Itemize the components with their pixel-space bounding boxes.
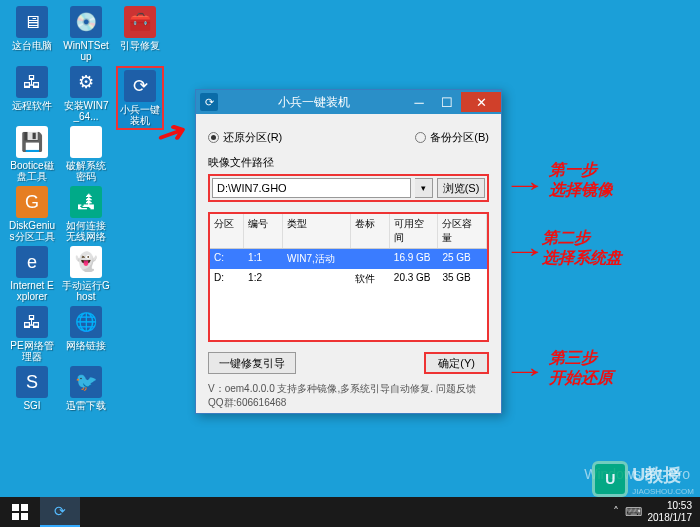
status-text: V：oem4.0.0.0 支持多种镜像,多系统引导自动修复. 问题反馈QQ群:6…	[208, 382, 489, 410]
desktop-icon-安装WIN7_64...[interactable]: ⚙安装WIN7_64...	[62, 66, 110, 122]
desktop-icon-SGI[interactable]: SSGI	[8, 366, 56, 411]
desktop-icon-如何连接无线网络[interactable]: 🏞如何连接无线网络	[62, 186, 110, 242]
svg-rect-0	[12, 504, 19, 511]
path-row: ▾ 浏览(S)	[208, 174, 489, 202]
desktop-icon-WinNTSetup[interactable]: 💿WinNTSetup	[62, 6, 110, 62]
svg-rect-3	[21, 513, 28, 520]
radio-restore[interactable]: 还原分区(R)	[208, 130, 282, 145]
desktop-icon-破解系统密码[interactable]: NT破解系统密码	[62, 126, 110, 182]
partition-table: 分区 编号 类型 卷标 可用空间 分区容量 C:1:1WIN7,活动16.9 G…	[208, 212, 489, 342]
annotation-step1: 第一步选择镜像	[549, 160, 613, 200]
app-icon: ⚙	[70, 66, 102, 98]
windows-icon	[12, 504, 28, 520]
app-icon: 🏞	[70, 186, 102, 218]
app-icon: S	[16, 366, 48, 398]
app-icon: 💿	[70, 6, 102, 38]
arrow-icon: →	[503, 354, 548, 388]
desktop: 🖥这台电脑💿WinNTSetup🧰引导修复🖧远程软件⚙安装WIN7_64...⟳…	[0, 0, 700, 527]
desktop-icon-Internet Explorer[interactable]: eInternet Explorer	[8, 246, 56, 302]
browse-button[interactable]: 浏览(S)	[437, 178, 485, 198]
path-label: 映像文件路径	[208, 155, 489, 170]
app-icon: 🖧	[16, 306, 48, 338]
minimize-button[interactable]: ─	[405, 92, 433, 112]
desktop-icon-网络链接[interactable]: 🌐网络链接	[62, 306, 110, 351]
radio-backup[interactable]: 备份分区(B)	[415, 130, 489, 145]
desktop-icon-迅雷下载[interactable]: 🐦迅雷下载	[62, 366, 110, 411]
svg-rect-1	[21, 504, 28, 511]
app-icon: G	[16, 186, 48, 218]
table-row[interactable]: C:1:1WIN7,活动16.9 GB25 GB	[210, 249, 487, 269]
desktop-icon-引导修复[interactable]: 🧰引导修复	[116, 6, 164, 51]
app-icon: 🧰	[124, 6, 156, 38]
path-dropdown-icon[interactable]: ▾	[415, 178, 433, 198]
app-icon: 💾	[16, 126, 48, 158]
app-icon: NT	[70, 126, 102, 158]
app-icon: 🌐	[70, 306, 102, 338]
ujiaoshou-logo: U U教授 JIAOSHOU.COM	[592, 461, 694, 497]
repair-boot-button[interactable]: 一键修复引导	[208, 352, 296, 374]
installer-dialog: ⟳ 小兵一键装机 ─ ☐ ✕ 还原分区(R) 备份分区(B) 映像文件路径 ▾ …	[195, 89, 502, 414]
app-icon: e	[16, 246, 48, 278]
desktop-icon-这台电脑[interactable]: 🖥这台电脑	[8, 6, 56, 51]
close-button[interactable]: ✕	[461, 92, 501, 112]
svg-rect-2	[12, 513, 19, 520]
desktop-icon-PE网络管理器[interactable]: 🖧PE网络管理器	[8, 306, 56, 362]
image-path-input[interactable]	[212, 178, 411, 198]
start-button[interactable]	[0, 497, 40, 527]
app-icon: 🖧	[16, 66, 48, 98]
titlebar[interactable]: ⟳ 小兵一键装机 ─ ☐ ✕	[196, 90, 501, 114]
window-title: 小兵一键装机	[222, 94, 405, 111]
app-icon: 👻	[70, 246, 102, 278]
taskbar-app-button[interactable]: ⟳	[40, 497, 80, 527]
keyboard-icon[interactable]: ⌨	[625, 506, 642, 518]
system-tray[interactable]: ˄ ⌨ 10:53 2018/1/17	[613, 500, 701, 524]
desktop-icon-DiskGenius分区工具[interactable]: GDiskGenius分区工具	[8, 186, 56, 242]
app-icon: 🐦	[70, 366, 102, 398]
annotation-step3: 第三步开始还原	[549, 348, 613, 388]
maximize-button[interactable]: ☐	[433, 92, 461, 112]
table-header: 分区 编号 类型 卷标 可用空间 分区容量	[210, 214, 487, 249]
desktop-icon-远程软件[interactable]: 🖧远程软件	[8, 66, 56, 111]
annotation-step2: 第二步选择系统盘	[542, 228, 622, 268]
arrow-icon: →	[503, 234, 548, 268]
chevron-up-icon[interactable]: ˄	[613, 506, 619, 518]
ok-button[interactable]: 确定(Y)	[424, 352, 489, 374]
table-row[interactable]: D:1:2软件20.3 GB35 GB	[210, 269, 487, 289]
desktop-icon-手动运行Ghost[interactable]: 👻手动运行Ghost	[62, 246, 110, 302]
taskbar: ⟳ ˄ ⌨ 10:53 2018/1/17	[0, 497, 700, 527]
arrow-icon: →	[503, 168, 548, 202]
app-icon: ⟳	[124, 70, 156, 102]
desktop-icon-Bootice磁盘工具[interactable]: 💾Bootice磁盘工具	[8, 126, 56, 182]
app-icon: 🖥	[16, 6, 48, 38]
app-icon: ⟳	[200, 93, 218, 111]
